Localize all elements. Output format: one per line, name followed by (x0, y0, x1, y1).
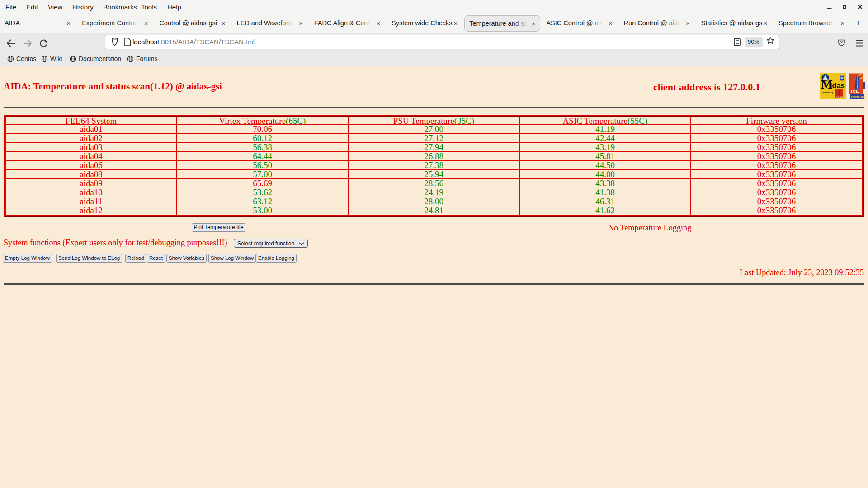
svg-text:S.C.A.R.: S.C.A.R. (836, 96, 843, 98)
svg-text:powered by: powered by (822, 91, 834, 94)
svg-text:idas: idas (830, 81, 845, 89)
svg-text:POWERED: POWERED (851, 95, 866, 98)
svg-text:TCL: TCL (850, 89, 859, 94)
